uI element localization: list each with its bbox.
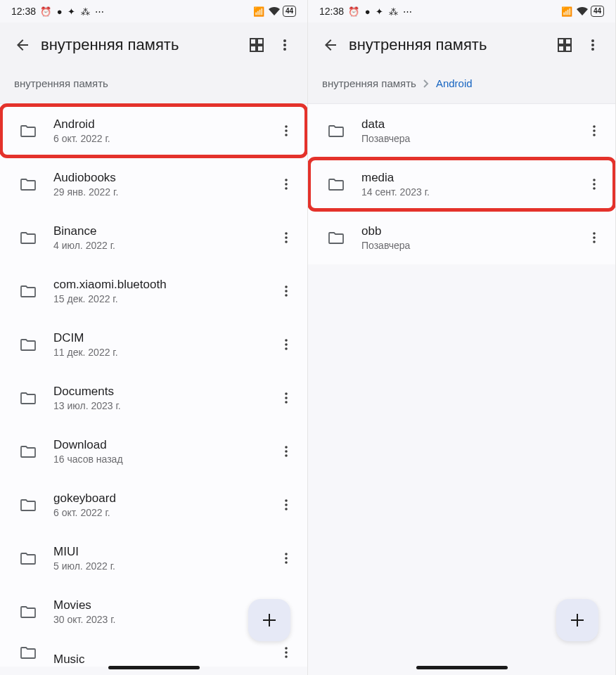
wifi-icon [269, 7, 280, 15]
grid-view-button[interactable] [551, 31, 579, 59]
folder-item[interactable]: Android6 окт. 2022 г. [0, 104, 307, 158]
folder-date: 5 июл. 2022 г. [53, 560, 272, 572]
folder-item[interactable]: obbПозавчера [308, 211, 615, 264]
status-time: 12:38 [11, 6, 36, 17]
svg-point-33 [285, 647, 288, 650]
more-button[interactable] [579, 31, 607, 59]
phone-left: 12:38 ⏰ ● ✦ ⁂ ⋯ 📶 44 внутренняя память в… [0, 0, 308, 675]
folder-icon [14, 605, 42, 618]
svg-point-23 [285, 454, 288, 457]
svg-point-45 [593, 232, 596, 235]
svg-point-25 [285, 503, 288, 506]
folder-date: 16 часов назад [53, 454, 272, 465]
svg-point-22 [285, 450, 288, 453]
folder-item[interactable]: media14 сент. 2023 г. [308, 158, 615, 211]
breadcrumb: внутренняя память [0, 68, 307, 104]
breadcrumb: внутренняя память Android [308, 68, 615, 104]
app-bar: внутренняя память [308, 22, 615, 68]
svg-point-28 [285, 557, 288, 560]
folder-text: Download16 часов назад [53, 438, 272, 465]
add-fab[interactable] [556, 599, 598, 641]
folder-text: Android6 окт. 2022 г. [53, 117, 272, 144]
folder-list: dataПозавчераmedia14 сент. 2023 г.obbПоз… [308, 104, 615, 264]
folder-item[interactable]: dataПозавчера [308, 104, 615, 158]
item-more-button[interactable] [272, 437, 300, 465]
home-indicator[interactable] [108, 666, 200, 669]
add-fab[interactable] [248, 599, 290, 641]
app-bar: внутренняя память [0, 22, 307, 68]
folder-date: 6 окт. 2022 г. [53, 507, 272, 518]
svg-point-41 [593, 134, 596, 136]
item-more-button[interactable] [272, 277, 300, 305]
item-more-button[interactable] [580, 117, 608, 145]
svg-point-15 [285, 339, 288, 342]
status-time: 12:38 [319, 6, 344, 17]
svg-point-4 [285, 129, 288, 132]
signal-icon: 📶 [561, 6, 574, 17]
item-more-button[interactable] [272, 330, 300, 359]
folder-item[interactable]: Audiobooks29 янв. 2022 г. [0, 158, 307, 211]
back-button[interactable] [8, 31, 37, 59]
svg-point-11 [285, 240, 288, 243]
folder-date: 30 окт. 2023 г. [53, 614, 272, 625]
svg-point-38 [591, 48, 594, 51]
item-more-button[interactable] [272, 224, 300, 252]
svg-point-36 [591, 39, 594, 42]
svg-point-21 [285, 446, 288, 449]
folder-icon [14, 499, 42, 511]
more-button[interactable] [271, 31, 299, 59]
folder-text: gokeyboard6 окт. 2022 г. [53, 491, 272, 518]
folder-item[interactable]: Music [0, 638, 307, 667]
folder-item[interactable]: Documents13 июл. 2023 г. [0, 371, 307, 425]
svg-point-26 [285, 508, 288, 510]
grid-view-button[interactable] [243, 31, 271, 59]
folder-item[interactable]: Download16 часов назад [0, 425, 307, 478]
folder-item[interactable]: Binance4 июл. 2022 г. [0, 211, 307, 264]
folder-icon [14, 646, 42, 659]
folder-item[interactable]: MIUI5 июл. 2022 г. [0, 532, 307, 585]
svg-point-42 [593, 179, 596, 181]
breadcrumb-item[interactable]: Android [436, 77, 473, 89]
folder-date: 6 окт. 2022 г. [53, 133, 272, 144]
folder-name: gokeyboard [53, 491, 272, 506]
status-bar: 12:38 ⏰ ● ✦ ⁂ ⋯ 📶 44 [0, 0, 307, 22]
folder-icon [14, 231, 42, 244]
folder-item[interactable]: gokeyboard6 окт. 2022 г. [0, 478, 307, 532]
folder-icon [14, 124, 42, 137]
folder-date: 4 июл. 2022 г. [53, 240, 272, 251]
folder-item[interactable]: com.xiaomi.bluetooth15 дек. 2022 г. [0, 264, 307, 318]
svg-point-29 [285, 561, 288, 564]
home-indicator[interactable] [416, 666, 508, 669]
svg-point-7 [285, 183, 288, 186]
status-icons-left: ⏰ ● ✦ ⁂ ⋯ [40, 6, 105, 17]
folder-name: data [361, 117, 580, 131]
svg-point-19 [285, 397, 288, 399]
svg-point-17 [285, 347, 288, 350]
folder-name: Movies [53, 598, 272, 612]
folder-text: media14 сент. 2023 г. [361, 171, 580, 198]
breadcrumb-item[interactable]: внутренняя память [14, 77, 108, 89]
item-more-button[interactable] [272, 544, 300, 572]
breadcrumb-item[interactable]: внутренняя память [322, 77, 416, 89]
item-more-button[interactable] [272, 638, 300, 667]
status-left: 12:38 ⏰ ● ✦ ⁂ ⋯ [319, 6, 413, 17]
svg-point-13 [285, 290, 288, 292]
folder-icon [322, 178, 350, 191]
folder-text: DCIM11 дек. 2022 г. [53, 331, 272, 358]
item-more-button[interactable] [272, 491, 300, 519]
app-title: внутренняя память [349, 36, 551, 54]
svg-point-12 [285, 285, 288, 288]
back-button[interactable] [316, 31, 345, 59]
item-more-button[interactable] [580, 170, 608, 198]
folder-item[interactable]: DCIM11 дек. 2022 г. [0, 318, 307, 371]
item-more-button[interactable] [272, 170, 300, 198]
item-more-button[interactable] [272, 117, 300, 145]
item-more-button[interactable] [272, 384, 300, 412]
svg-point-35 [285, 655, 288, 658]
svg-point-1 [283, 44, 286, 46]
svg-point-9 [285, 232, 288, 235]
folder-text: com.xiaomi.bluetooth15 дек. 2022 г. [53, 278, 272, 304]
folder-icon [14, 445, 42, 458]
svg-point-5 [285, 134, 288, 136]
item-more-button[interactable] [580, 224, 608, 252]
